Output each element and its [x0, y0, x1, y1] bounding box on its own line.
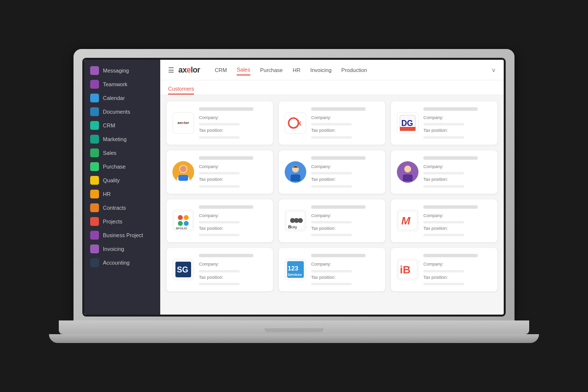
customer-card-6[interactable]: Company: Tax position:	[391, 150, 498, 194]
cards-container[interactable]: axelor Company: Tax position:	[160, 95, 504, 315]
logo-text: axelor	[178, 66, 200, 74]
svg-text:k: k	[297, 119, 301, 127]
sidebar-label-documents: Documents	[103, 109, 130, 115]
card-tax-label-2: Tax position:	[311, 127, 379, 134]
hamburger-icon[interactable]: ☰	[168, 66, 174, 74]
card-tax-value-8	[311, 234, 352, 236]
nav-item-crm[interactable]: CRM	[215, 65, 227, 75]
card-tax-value-4	[199, 185, 240, 188]
crm-icon	[90, 121, 99, 130]
card-tax-label-5: Tax position:	[311, 176, 379, 183]
svg-point-27	[298, 218, 303, 223]
customer-card-3[interactable]: DG Company: Tax position:	[391, 101, 498, 145]
nav-logo: ☰ axelor	[168, 66, 200, 74]
card-tax-value-6	[423, 185, 464, 188]
card-name-bar	[199, 107, 253, 111]
card-logo-person2	[285, 161, 306, 183]
sidebar-item-projects[interactable]: Projects	[84, 215, 160, 228]
sidebar-item-quality[interactable]: Quality	[84, 173, 160, 187]
card-name-bar-9	[423, 205, 478, 209]
card-tax-label-8: Tax position:	[311, 225, 379, 232]
customer-card-8[interactable]: B city Company: Tax position:	[278, 199, 386, 243]
customer-card-11[interactable]: 123 Services Company: Tax position:	[278, 247, 386, 292]
sidebar-item-contracts[interactable]: Contracts	[84, 201, 160, 215]
nav-item-production[interactable]: Production	[342, 65, 368, 75]
customer-card-7[interactable]: BFOLIO Company: Tax position:	[166, 199, 273, 243]
sidebar-label-calendar: Calendar	[103, 95, 125, 101]
nav-chevron-icon[interactable]: ∨	[491, 67, 496, 74]
card-company-value-9	[423, 221, 464, 223]
sidebar-label-contracts: Contracts	[103, 205, 126, 211]
sidebar-label-invoicing: Invoicing	[103, 246, 124, 252]
card-company-label-5: Company:	[311, 163, 379, 170]
card-tax-label-12: Tax position:	[423, 274, 491, 281]
sidebar-label-marketing: Marketing	[103, 136, 126, 142]
customer-card-4[interactable]: Company: Tax position:	[166, 150, 273, 194]
sidebar-item-marketing[interactable]: Marketing	[84, 132, 160, 146]
sidebar-item-invoicing[interactable]: Invoicing	[84, 242, 160, 256]
sidebar-item-crm[interactable]: CRM	[84, 119, 160, 132]
card-company-value-2	[311, 123, 352, 125]
sidebar-item-accounting[interactable]: Accounting	[84, 256, 160, 270]
card-logo-person1	[172, 161, 194, 183]
customer-card-5[interactable]: Company: Tax position:	[278, 150, 386, 194]
card-info-2: Company: Tax position:	[311, 107, 379, 139]
card-tax-value-5	[311, 185, 352, 188]
card-company-label-10: Company:	[199, 261, 267, 268]
sidebar: Messaging Teamwork Calendar Documen	[84, 60, 160, 315]
card-name-bar-4	[199, 156, 253, 160]
card-info-4: Company: Tax position:	[199, 156, 267, 188]
svg-rect-16	[403, 174, 413, 181]
card-company-label-3: Company:	[423, 114, 491, 121]
customer-card-2[interactable]: k Company: Tax position:	[278, 101, 386, 145]
card-tax-label-4: Tax position:	[199, 176, 267, 183]
card-tax-label-7: Tax position:	[199, 225, 267, 232]
laptop-base	[59, 320, 529, 334]
sidebar-item-teamwork[interactable]: Teamwork	[84, 77, 160, 91]
card-tax-value-11	[311, 283, 352, 285]
card-company-value-5	[311, 172, 352, 174]
card-logo-person3	[397, 161, 418, 183]
svg-text:123: 123	[288, 265, 298, 272]
app-container: Messaging Teamwork Calendar Documen	[84, 60, 504, 315]
sidebar-item-hr[interactable]: HR	[84, 187, 160, 201]
card-company-label: Company:	[199, 114, 267, 121]
customer-card-9[interactable]: M Company: Tax position:	[391, 199, 498, 243]
customer-card-12[interactable]: iB Company: Tax position:	[391, 247, 498, 292]
card-tax-value-7	[199, 234, 240, 236]
svg-text:DG: DG	[401, 119, 413, 127]
sidebar-item-business-project[interactable]: Business Project	[84, 228, 160, 242]
card-logo-ib: iB	[397, 259, 418, 280]
sidebar-label-accounting: Accounting	[103, 260, 129, 266]
nav-item-invoicing[interactable]: Invoicing	[310, 65, 331, 75]
svg-point-20	[184, 215, 189, 220]
sidebar-label-projects: Projects	[103, 219, 122, 224]
sidebar-item-purchase[interactable]: Purchase	[84, 160, 160, 173]
card-info-11: Company: Tax position:	[311, 254, 379, 285]
card-tax-value-10	[199, 283, 240, 285]
customer-card-10[interactable]: SG Company: Tax position:	[166, 247, 273, 292]
sidebar-item-messaging[interactable]: Messaging	[84, 64, 160, 77]
nav-item-sales[interactable]: Sales	[237, 65, 250, 75]
projects-icon	[90, 217, 99, 226]
card-company-value-3	[423, 123, 464, 125]
sidebar-item-documents[interactable]: Documents	[84, 105, 160, 119]
sidebar-item-calendar[interactable]: Calendar	[84, 91, 160, 105]
screen-bezel: Messaging Teamwork Calendar Documen	[82, 58, 506, 317]
nav-item-purchase[interactable]: Purchase	[260, 65, 283, 75]
card-tax-label-3: Tax position:	[423, 127, 491, 134]
card-company-label-2: Company:	[311, 114, 379, 121]
card-name-bar-12	[423, 254, 478, 257]
sidebar-item-sales[interactable]: Sales	[84, 146, 160, 160]
card-info-1: Company: Tax position:	[199, 107, 267, 139]
svg-point-21	[178, 221, 183, 226]
invoicing-icon	[90, 245, 99, 253]
card-info-7: Company: Tax position:	[199, 205, 267, 237]
nav-item-hr[interactable]: HR	[293, 65, 300, 75]
card-logo-apollo: BFOLIO	[172, 210, 194, 231]
card-tax-label-11: Tax position:	[311, 274, 379, 281]
svg-text:SG: SG	[177, 266, 188, 274]
customer-card-1[interactable]: axelor Company: Tax position:	[166, 101, 273, 145]
card-name-bar-8	[311, 205, 366, 209]
sub-nav-customers[interactable]: Customers	[168, 86, 194, 95]
